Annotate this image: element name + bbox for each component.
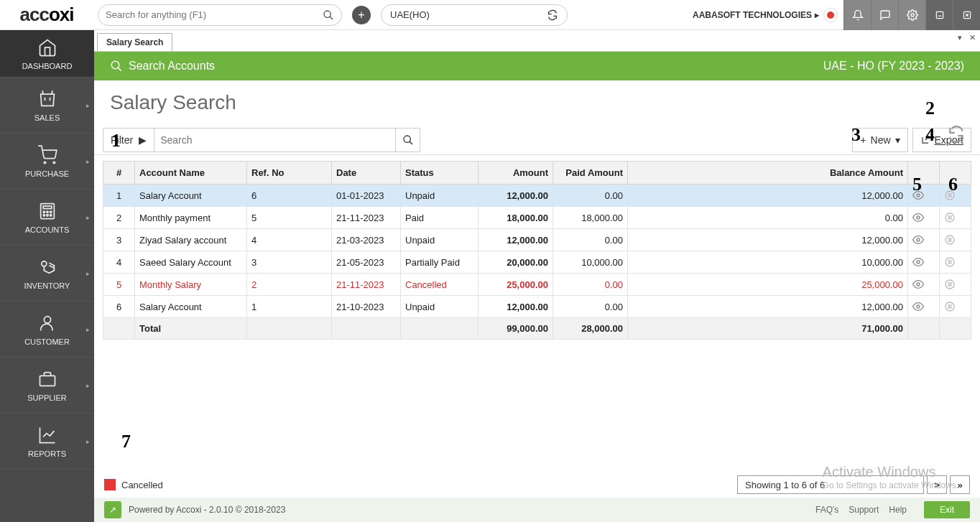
svg-point-23	[404, 136, 410, 142]
svg-point-19	[44, 316, 50, 322]
chevron-right-icon: ▶	[139, 134, 147, 146]
tab-close-icon[interactable]: ✕	[969, 33, 976, 42]
svg-point-50	[917, 305, 920, 308]
cell-amount: 20,000.00	[479, 251, 553, 274]
row-menu-icon[interactable]	[940, 185, 971, 207]
sidebar-item-supplier[interactable]: SUPPLIER▸	[0, 358, 94, 414]
view-icon[interactable]	[908, 251, 940, 274]
branch-selector[interactable]: UAE(HO)	[381, 4, 568, 26]
cell-status: Cancelled	[401, 274, 479, 296]
view-icon[interactable]	[908, 229, 940, 251]
sidebar-item-purchase[interactable]: PURCHASE▸	[0, 134, 94, 190]
refresh-icon[interactable]	[947, 125, 966, 144]
minimize-icon[interactable]	[925, 0, 953, 30]
view-icon[interactable]	[908, 296, 940, 318]
cell-num: 5	[103, 274, 135, 296]
filter-search[interactable]	[154, 128, 420, 152]
pager-next[interactable]: >	[927, 475, 947, 494]
new-button[interactable]: + New ▾	[852, 128, 907, 152]
svg-point-12	[43, 211, 45, 213]
filter-search-button[interactable]	[395, 129, 420, 152]
cell-paid: 18,000.00	[553, 207, 628, 229]
sidebar-item-reports[interactable]: REPORTS▸	[0, 414, 94, 470]
row-menu-icon[interactable]	[940, 251, 971, 274]
cell-amount: 25,000.00	[479, 274, 553, 296]
cell-paid: 0.00	[553, 229, 628, 251]
th-account[interactable]: Account Name	[135, 162, 247, 185]
th-amount[interactable]: Amount	[479, 162, 553, 185]
cell-account: Monthly payment	[135, 207, 247, 229]
search-icon	[323, 9, 334, 21]
cell-paid: 10,000.00	[553, 251, 628, 274]
table-row[interactable]: 5Monthly Salary221-11-2023Cancelled25,00…	[103, 274, 971, 296]
table-row[interactable]: 4Saeed Salary Account321-05-2023Partiall…	[103, 251, 971, 274]
svg-point-35	[917, 238, 920, 241]
filter-button[interactable]: Filter ▶	[103, 128, 154, 152]
brand-badge-icon: ↗	[104, 501, 121, 518]
th-balance[interactable]: Balance Amount	[628, 162, 908, 185]
th-num[interactable]: #	[103, 162, 135, 185]
table-row[interactable]: 3Ziyad Salary account421-03-2023Unpaid12…	[103, 229, 971, 251]
cell-date: 01-01-2023	[332, 185, 401, 207]
cancelled-legend: Cancelled	[121, 480, 163, 490]
table-row[interactable]: 2Monthly payment521-11-2023Paid18,000.00…	[103, 207, 971, 229]
svg-point-15	[43, 214, 45, 215]
faq-link[interactable]: FAQ's	[815, 505, 838, 515]
svg-line-22	[118, 67, 121, 71]
sidebar-item-dashboard[interactable]: DASHBOARD	[0, 30, 94, 78]
table-row[interactable]: 1Salary Account601-01-2023Unpaid12,000.0…	[103, 185, 971, 207]
row-menu-icon[interactable]	[940, 207, 971, 229]
svg-point-8	[44, 162, 45, 163]
view-icon[interactable]	[908, 185, 940, 207]
exit-button[interactable]: Exit	[924, 501, 970, 518]
sidebar-item-accounts[interactable]: ACCOUNTS▸	[0, 190, 94, 246]
pager-last[interactable]: »	[950, 475, 970, 494]
th-action	[940, 162, 971, 185]
search-icon	[110, 60, 123, 73]
sidebar-item-sales[interactable]: SALES▸	[0, 78, 94, 134]
cell-date: 21-11-2023	[332, 207, 401, 229]
cell-account: Saeed Salary Account	[135, 251, 247, 274]
powered-by: Powered by Accoxi - 2.0.10 © 2018-2023	[129, 505, 285, 515]
cell-ref: 2	[247, 274, 332, 296]
company-menu[interactable]: AABASOFT TECHNOLOGIES▸	[693, 10, 819, 20]
close-window-icon[interactable]	[953, 0, 980, 30]
topbar-actions	[843, 0, 980, 30]
th-ref[interactable]: Ref. No	[247, 162, 332, 185]
row-menu-icon[interactable]	[940, 296, 971, 318]
view-icon[interactable]	[908, 274, 940, 296]
th-view	[908, 162, 940, 185]
tab-salary-search[interactable]: Salary Search	[97, 33, 172, 51]
row-menu-icon[interactable]	[940, 229, 971, 251]
bell-icon[interactable]	[843, 0, 871, 30]
total-row: Total 99,000.00 28,000.00 71,000.00	[103, 318, 971, 340]
row-menu-icon[interactable]	[940, 274, 971, 296]
cancelled-color-icon	[104, 479, 116, 490]
cell-balance: 12,000.00	[628, 185, 908, 207]
filter-search-input[interactable]	[154, 134, 395, 146]
alert-indicator[interactable]	[823, 8, 838, 22]
table-row[interactable]: 6Salary Account121-10-2023Unpaid12,000.0…	[103, 296, 971, 318]
cell-ref: 5	[247, 207, 332, 229]
global-search-input[interactable]	[106, 9, 323, 20]
sidebar-item-customer[interactable]: CUSTOMER▸	[0, 302, 94, 358]
chat-icon[interactable]	[871, 0, 898, 30]
cell-ref: 4	[247, 229, 332, 251]
th-date[interactable]: Date	[332, 162, 401, 185]
global-search[interactable]	[98, 4, 342, 26]
cell-balance: 12,000.00	[628, 229, 908, 251]
help-link[interactable]: Help	[889, 505, 907, 515]
tab-dropdown-icon[interactable]: ▾	[958, 33, 962, 42]
gear-icon[interactable]	[898, 0, 925, 30]
svg-point-45	[917, 283, 920, 286]
add-button[interactable]: +	[352, 6, 371, 24]
th-status[interactable]: Status	[401, 162, 479, 185]
fiscal-year-label: UAE - HO (FY 2023 - 2023)	[823, 60, 964, 73]
sidebar-item-inventory[interactable]: INVENTORY▸	[0, 246, 94, 302]
cell-amount: 12,000.00	[479, 185, 553, 207]
support-link[interactable]: Support	[849, 505, 879, 515]
th-paid[interactable]: Paid Amount	[553, 162, 628, 185]
cell-num: 3	[103, 229, 135, 251]
view-icon[interactable]	[908, 207, 940, 229]
cell-balance: 12,000.00	[628, 296, 908, 318]
